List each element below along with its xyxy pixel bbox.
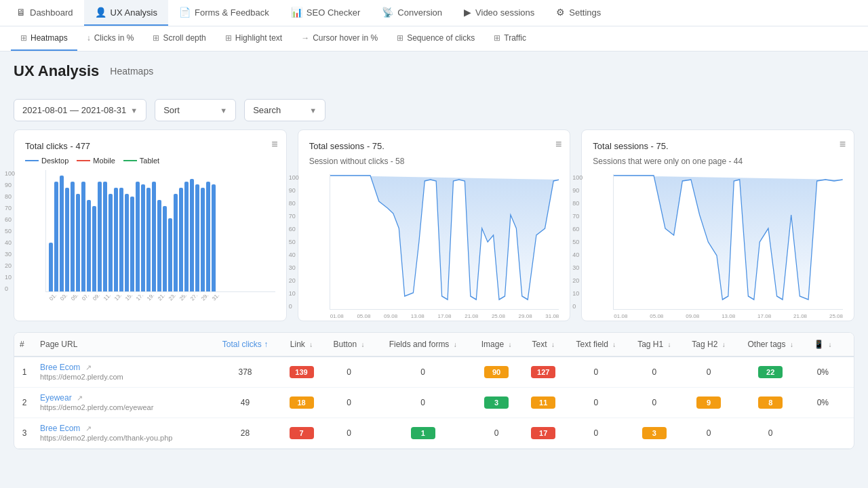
table-cell: 0 xyxy=(627,388,682,418)
chart2-area: 01.0805.0809.0813.0817.0821.0825.0829.08… xyxy=(330,174,559,310)
bar xyxy=(201,188,205,291)
total-clicks-label: Total clicks xyxy=(222,340,262,349)
col-other-tags[interactable]: Other tags ↓ xyxy=(736,333,805,357)
page-name-link[interactable]: Eyewear xyxy=(40,393,72,403)
subnav-traffic[interactable]: ⊞ Traffic xyxy=(484,26,536,51)
table-cell: 0 xyxy=(375,357,471,388)
bar xyxy=(152,182,156,291)
col-button[interactable]: Button ↓ xyxy=(323,333,374,357)
bar xyxy=(87,200,91,291)
table-header-row: # Page URL Total clicks ↑ Link ↓ Button … xyxy=(14,333,854,357)
bar xyxy=(71,182,75,291)
bar xyxy=(206,182,210,291)
bar xyxy=(130,197,134,291)
chart3-menu[interactable]: ≡ xyxy=(840,138,846,150)
page-name-link[interactable]: Bree Ecom xyxy=(40,424,80,433)
col-link[interactable]: Link ↓ xyxy=(280,333,323,357)
nav-ux-analysis[interactable]: 👤 UX Analysis xyxy=(84,0,168,26)
search-select[interactable]: Search ▼ xyxy=(244,99,326,121)
subnav-heatmaps[interactable]: ⊞ Heatmaps xyxy=(11,26,77,51)
col-image[interactable]: Image ↓ xyxy=(471,333,521,357)
date-range-select[interactable]: 2021-08-01 — 2021-08-31 ▼ xyxy=(14,99,146,121)
table-cell: 28 xyxy=(210,418,279,449)
chart1-title: Total clicks - 477 xyxy=(25,141,275,151)
conversion-icon: 📡 xyxy=(382,7,393,18)
bar xyxy=(174,194,178,291)
chart-one-page: ≡ Total sessions - 75. Sessions that wer… xyxy=(581,129,854,321)
page-name-link[interactable]: Bree Ecom xyxy=(40,363,80,372)
x-label: 07.08.21 xyxy=(81,295,92,302)
bar xyxy=(103,182,107,291)
ext-link-icon[interactable]: ↗ xyxy=(77,394,83,402)
col-extra xyxy=(840,333,854,357)
legend-desktop: Desktop xyxy=(25,157,68,165)
bar xyxy=(92,206,96,291)
nav-dashboard[interactable]: 🖥 Dashboard xyxy=(5,0,84,26)
subnav-sequence[interactable]: ⊞ Sequence of clicks xyxy=(387,26,484,51)
col-mobile[interactable]: 📱 ↓ xyxy=(805,333,840,357)
col-fields-forms[interactable]: Fields and forms ↓ xyxy=(375,333,471,357)
bar xyxy=(190,179,194,291)
ext-link-icon[interactable]: ↗ xyxy=(85,424,92,432)
nav-dashboard-label: Dashboard xyxy=(30,7,73,18)
table-cell: 22 xyxy=(736,357,805,388)
subnav-cursor-hover[interactable]: → Cursor hover in % xyxy=(292,26,387,51)
badge: 90 xyxy=(484,366,509,378)
chart1-legend: Desktop Mobile Tablet xyxy=(25,157,275,165)
col-total-clicks[interactable]: Total clicks ↑ xyxy=(210,333,279,357)
x-label: 09.08.21 xyxy=(92,295,102,302)
bar-chart xyxy=(45,170,275,292)
badge: 3 xyxy=(484,396,509,409)
chart1-menu[interactable]: ≡ xyxy=(271,138,277,150)
sort-select[interactable]: Sort ▼ xyxy=(155,99,236,121)
chart2-menu[interactable]: ≡ xyxy=(555,138,561,150)
col-text-field[interactable]: Text field ↓ xyxy=(565,333,627,357)
subnav-traffic-label: Traffic xyxy=(504,33,526,43)
chart1-y-axis: 10090807060 50403020100 xyxy=(5,170,15,292)
badge: 22 xyxy=(758,366,783,378)
ext-link-icon[interactable]: ↗ xyxy=(85,363,92,371)
col-tag-h2[interactable]: Tag H2 ↓ xyxy=(682,333,736,357)
nav-conversion[interactable]: 📡 Conversion xyxy=(371,0,453,26)
dashboard-icon: 🖥 xyxy=(16,7,26,18)
table-cell: 0 xyxy=(565,388,627,418)
ux-analysis-icon: 👤 xyxy=(95,7,106,18)
table-cell: 0 xyxy=(682,418,736,449)
page-url-text: https://demo2.plerdy.com/eyewear xyxy=(40,403,153,411)
col-tag-h1[interactable]: Tag H1 ↓ xyxy=(627,333,682,357)
text-field-sort-icon: ↓ xyxy=(612,341,616,348)
nav-video-sessions[interactable]: ▶ Video sessions xyxy=(453,0,545,26)
x-label: 11.08.21 xyxy=(102,295,113,302)
col-text[interactable]: Text ↓ xyxy=(521,333,565,357)
nav-forms-feedback[interactable]: 📄 Forms & Feedback xyxy=(168,0,280,26)
bar xyxy=(141,184,145,291)
table-cell: 9 xyxy=(682,388,736,418)
bar xyxy=(184,182,189,291)
table-cell: 0 xyxy=(323,388,374,418)
nav-settings[interactable]: ⚙ Settings xyxy=(545,0,612,26)
subnav-highlight-text[interactable]: ⊞ Highlight text xyxy=(216,26,292,51)
chart3-y-axis: 10090807060 50403020100 xyxy=(572,174,583,310)
subnav-scroll-label: Scroll depth xyxy=(163,33,205,43)
table-cell: 8 xyxy=(736,388,805,418)
subnav-scroll-depth[interactable]: ⊞ Scroll depth xyxy=(143,26,215,51)
heatmaps-table: # Page URL Total clicks ↑ Link ↓ Button … xyxy=(14,333,854,449)
x-label: 23.08.21 xyxy=(167,295,178,302)
h1-sort-icon: ↓ xyxy=(667,341,671,348)
data-table: # Page URL Total clicks ↑ Link ↓ Button … xyxy=(14,332,854,449)
table-cell xyxy=(840,388,854,418)
page-url-cell: Bree Ecom ↗https://demo2.plerdy.com/than… xyxy=(35,418,210,449)
table-body: 1Bree Ecom ↗https://demo2.plerdy.com3781… xyxy=(14,357,854,449)
sequence-icon: ⊞ xyxy=(397,33,403,43)
forms-icon: 📄 xyxy=(179,7,191,18)
badge: 9 xyxy=(696,396,721,409)
subnav-clicks[interactable]: ↓ Clicks in % xyxy=(77,26,144,51)
nav-conversion-label: Conversion xyxy=(397,7,442,18)
bar xyxy=(98,182,102,291)
col-num: # xyxy=(14,333,35,357)
x-label: 05.08.21 xyxy=(70,295,81,302)
badge: 1 xyxy=(411,427,435,439)
nav-seo-checker[interactable]: 📊 SEO Checker xyxy=(280,0,371,26)
table-cell: 0 xyxy=(627,357,682,388)
table-cell: 139 xyxy=(280,357,323,388)
